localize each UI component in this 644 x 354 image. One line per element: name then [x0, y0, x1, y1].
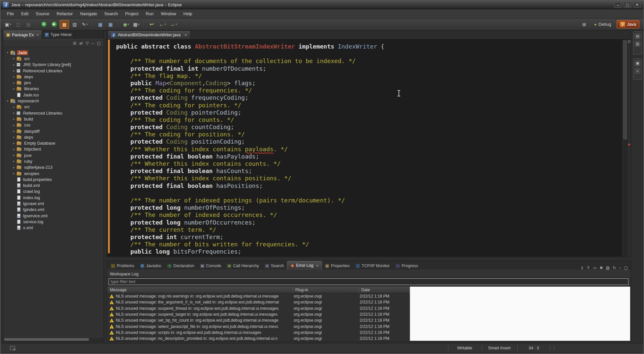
tree-item-jsse[interactable]: ▸jsse: [3, 152, 104, 158]
tab-tcpip-monitor[interactable]: ↕TCP/IP Monitor: [353, 262, 393, 270]
package-explorer-hscrollbar[interactable]: [3, 337, 104, 341]
tree-item-deps[interactable]: ▸deps: [3, 134, 104, 140]
profile-button[interactable]: ▥: [70, 20, 79, 29]
export-log-button[interactable]: ⇓: [580, 266, 584, 270]
expand-arrow-icon[interactable]: ▸: [12, 135, 16, 139]
tree-item-x-xml[interactable]: x.xml: [3, 225, 104, 231]
tree-item-build-xml[interactable]: build.xml: [3, 183, 104, 189]
expand-arrow-icon[interactable]: ▾: [5, 51, 10, 54]
tree-item-wcopies[interactable]: ▸wcopies: [3, 170, 104, 176]
menu-window[interactable]: Window: [157, 9, 180, 18]
tab-error-log[interactable]: ▦Error Log✕: [287, 261, 322, 270]
menu-edit[interactable]: Edit: [17, 9, 32, 18]
open-log-button[interactable]: ▤: [606, 266, 610, 270]
delete-log-button[interactable]: ✖: [600, 266, 603, 270]
link-with-editor-button[interactable]: ⇄: [80, 41, 83, 45]
external-tools-button[interactable]: ✎▾: [80, 20, 89, 29]
new-package-button[interactable]: ▩▾: [132, 20, 141, 29]
tree-item-daisydiff[interactable]: ▸daisydiff: [3, 128, 104, 134]
expand-arrow-icon[interactable]: ▸: [12, 142, 16, 145]
menu-refactor[interactable]: Refactor: [53, 9, 77, 18]
fast-view-icon[interactable]: [10, 346, 15, 350]
tree-item-crawl-log[interactable]: crawl.log: [3, 189, 104, 195]
print-button[interactable]: ▤: [24, 20, 33, 29]
filter-input[interactable]: [109, 278, 628, 285]
expand-arrow-icon[interactable]: ▸: [12, 117, 16, 121]
tab-properties[interactable]: ▤Properties: [322, 262, 353, 270]
menu-source[interactable]: Source: [32, 9, 53, 18]
view-menu-button[interactable]: ▽: [86, 41, 89, 45]
expand-arrow-icon[interactable]: ▸: [12, 111, 16, 115]
minimized-view-button-1[interactable]: ▤: [635, 33, 640, 39]
tree-item-jre-system-library-jre6-[interactable]: ▸JRE System Library [jre6]: [3, 62, 104, 68]
close-button[interactable]: ✕: [633, 2, 641, 8]
tree-item-empty-database[interactable]: ▸Empty Database: [3, 140, 104, 146]
tree-item-jade-ico[interactable]: Jade.ico: [3, 92, 104, 98]
minimize-panel-button[interactable]: –: [619, 266, 621, 270]
menu-file[interactable]: File: [3, 9, 17, 18]
tab-javadoc[interactable]: @Javadoc: [137, 262, 165, 270]
tree-item-jars[interactable]: ▸jars: [3, 80, 104, 86]
tab-problems[interactable]: !Problems: [108, 262, 137, 270]
error-log-row[interactable]: NLS unused message: select_javascript_fi…: [108, 323, 410, 329]
tree-item-index-log[interactable]: index.log: [3, 195, 104, 200]
open-perspective-button[interactable]: ⊞: [580, 20, 589, 29]
error-log-row[interactable]: NLS unused message: suspend_thread in: o…: [108, 305, 410, 311]
tab-progress[interactable]: ◔Progress: [393, 262, 421, 270]
expand-arrow-icon[interactable]: ▸: [12, 129, 16, 133]
error-log-row[interactable]: NLS unused message: the_argument_0_is_no…: [108, 299, 410, 305]
back-button[interactable]: ←▾: [157, 20, 167, 29]
expand-arrow-icon[interactable]: ▸: [12, 75, 16, 78]
tab-console[interactable]: ▤Console: [197, 262, 224, 270]
error-log-row[interactable]: NLS unused message: suspend_target in: o…: [108, 311, 410, 317]
tab-declaration[interactable]: ≡Declaration: [164, 262, 197, 270]
tree-item-referenced-libraries[interactable]: ▸Referenced Libraries: [3, 110, 104, 116]
minimize-button[interactable]: –: [614, 2, 622, 8]
column-header-message[interactable]: Message: [108, 287, 293, 293]
debug-perspective-button[interactable]: ● Debug: [591, 20, 614, 28]
expand-arrow-icon[interactable]: ▸: [12, 57, 16, 60]
error-log-row[interactable]: NLS unused message: scripts in: org.ecli…: [108, 330, 410, 336]
expand-arrow-icon[interactable]: ▸: [12, 63, 16, 66]
tree-item-lgindex-xml[interactable]: lgindex.xml: [3, 207, 104, 213]
tree-item-build-properties[interactable]: build.properties: [3, 176, 104, 182]
open-type-button[interactable]: ▦: [96, 20, 105, 29]
menu-help[interactable]: Help: [180, 9, 196, 18]
tab-call-hierarchy[interactable]: ⇄Call Hierarchy: [224, 262, 262, 270]
tab-search[interactable]: ◎Search: [262, 262, 287, 270]
column-header-date[interactable]: Date: [359, 287, 410, 293]
column-header-plugin[interactable]: Plug-in: [293, 287, 359, 293]
horizontal-sash[interactable]: [107, 257, 631, 261]
menu-project[interactable]: Project: [121, 9, 142, 18]
close-icon[interactable]: ✕: [36, 33, 39, 37]
error-log-row[interactable]: NLS unused message: set_bp_hit_count in:…: [108, 317, 410, 323]
tree-item-sqlite4java-213[interactable]: ▸sqlite4java-213: [3, 164, 104, 170]
tree-item-service-log[interactable]: service.log: [3, 219, 104, 225]
editor-vscrollbar[interactable]: [622, 40, 628, 257]
maximize-button[interactable]: ▢: [624, 2, 631, 8]
minimized-view-button-2[interactable]: ▥: [635, 41, 640, 47]
tree-item-referenced-libraries[interactable]: ▸Referenced Libraries: [3, 68, 104, 74]
code-editor[interactable]: public abstract class AbstractBitStreamI…: [107, 40, 622, 257]
close-icon[interactable]: ✕: [316, 264, 319, 267]
restore-log-button[interactable]: ↻: [613, 266, 616, 270]
menu-navigate[interactable]: Navigate: [77, 9, 101, 18]
expand-arrow-icon[interactable]: ▸: [12, 105, 16, 109]
debug-button[interactable]: ●: [39, 20, 48, 29]
code-area[interactable]: public abstract class AbstractBitStreamI…: [116, 43, 622, 255]
new-class-button[interactable]: ◉▾: [121, 20, 131, 29]
tab-package-explorer[interactable]: ⊞ Package Ex ✕: [3, 30, 42, 39]
tree-item-libraries[interactable]: ▸libraries: [3, 86, 104, 92]
tree-item-src[interactable]: ▸src: [3, 55, 104, 61]
expand-arrow-icon[interactable]: ▸: [12, 124, 16, 127]
minimize-view-button[interactable]: –: [92, 41, 94, 45]
editor-tab[interactable]: J AbstractBitStreamIndexWriter.java ✕: [108, 30, 191, 39]
expand-arrow-icon[interactable]: ▸: [12, 154, 16, 157]
new-wizard-button[interactable]: ▣▾: [3, 20, 13, 29]
tab-type-hierarchy[interactable]: T Type Hierar: [42, 30, 75, 39]
tree-item-deps[interactable]: ▸deps: [3, 74, 104, 80]
menu-search[interactable]: Search: [101, 9, 121, 18]
tree-item-build[interactable]: ▸build: [3, 116, 104, 122]
tree-item-jade[interactable]: ▾Jade: [3, 50, 104, 55]
collapse-all-button[interactable]: ⊟: [73, 41, 77, 45]
